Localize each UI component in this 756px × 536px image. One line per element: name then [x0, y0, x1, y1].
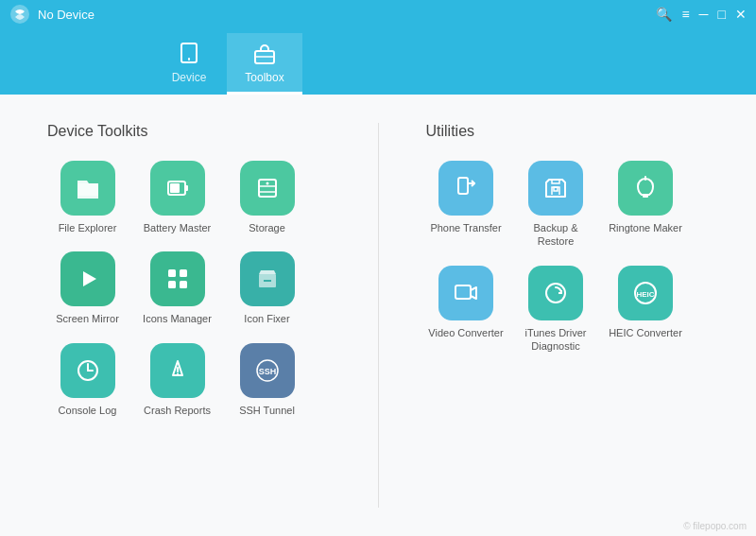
device-toolkits-title: Device Toolkits [47, 123, 331, 140]
storage-label: Storage [249, 221, 285, 234]
utilities-title: Utilities [426, 123, 710, 140]
svg-rect-15 [168, 269, 176, 277]
phone-transfer-label: Phone Transfer [430, 221, 501, 234]
phone-transfer-icon [438, 161, 493, 216]
utilities-grid: Phone Transfer Backup & Restore [426, 161, 710, 353]
tool-icon-fixer[interactable]: Icon Fixer [227, 251, 307, 325]
svg-rect-16 [180, 269, 187, 277]
main-content: Device Toolkits File Explorer Batt [0, 95, 756, 536]
section-divider [378, 123, 379, 508]
svg-rect-6 [77, 183, 98, 196]
file-explorer-icon [60, 161, 115, 216]
icons-manager-label: Icons Manager [143, 312, 212, 325]
device-toolkits-section: Device Toolkits File Explorer Batt [47, 123, 331, 508]
svg-text:SSH: SSH [258, 367, 276, 376]
toolbox-tab-icon [251, 41, 278, 67]
ringtone-maker-label: Ringtone Maker [609, 221, 682, 234]
tool-battery-master[interactable]: Battery Master [137, 161, 217, 234]
device-tools-grid: File Explorer Battery Master [47, 161, 331, 417]
tool-phone-transfer[interactable]: Phone Transfer [426, 161, 507, 249]
backup-restore-label: Backup & Restore [516, 221, 596, 249]
crash-reports-icon [150, 343, 205, 398]
icons-manager-icon [150, 251, 205, 306]
tool-console-log[interactable]: Console Log [47, 343, 128, 417]
toolbox-tab-label: Toolbox [245, 71, 284, 84]
app-logo-icon [9, 4, 30, 25]
svg-point-3 [188, 59, 190, 61]
svg-point-26 [177, 372, 179, 374]
tab-device[interactable]: Device [151, 33, 227, 95]
tool-crash-reports[interactable]: Crash Reports [137, 343, 217, 417]
title-bar-controls: 🔍 ≡ ─ □ ✕ [656, 8, 747, 21]
screen-mirror-label: Screen Mirror [56, 312, 119, 325]
minimize-icon[interactable]: ─ [699, 8, 709, 21]
tool-file-explorer[interactable]: File Explorer [47, 161, 128, 234]
svg-marker-14 [83, 271, 96, 286]
tool-ssh-tunnel[interactable]: SSH SSH Tunnel [227, 343, 307, 417]
heic-converter-icon: HEIC [618, 266, 673, 320]
itunes-driver-label: iTunes Driver Diagnostic [516, 326, 596, 354]
file-explorer-label: File Explorer [59, 221, 117, 234]
svg-rect-9 [170, 183, 180, 193]
video-converter-label: Video Converter [428, 326, 503, 339]
title-bar: No Device 🔍 ≡ ─ □ ✕ [0, 0, 756, 28]
tool-backup-restore[interactable]: Backup & Restore [516, 161, 596, 249]
heic-converter-label: HEIC Converter [609, 326, 682, 339]
backup-restore-icon [528, 161, 583, 216]
device-tab-icon [176, 41, 202, 67]
search-icon[interactable]: 🔍 [656, 8, 672, 21]
ssh-tunnel-icon: SSH [240, 343, 295, 398]
svg-rect-17 [168, 281, 176, 288]
console-log-icon [60, 343, 115, 398]
tool-icons-manager[interactable]: Icons Manager [137, 251, 217, 325]
crash-reports-label: Crash Reports [144, 404, 211, 417]
console-log-label: Console Log [59, 404, 117, 417]
menu-icon[interactable]: ≡ [681, 8, 689, 21]
tab-toolbox[interactable]: Toolbox [227, 33, 302, 95]
video-converter-icon [438, 266, 493, 320]
nav-bar: Device Toolbox [0, 28, 756, 95]
tool-screen-mirror[interactable]: Screen Mirror [47, 251, 128, 325]
battery-master-label: Battery Master [144, 221, 212, 234]
tool-video-converter[interactable]: Video Converter [426, 266, 507, 354]
itunes-driver-icon [528, 266, 583, 320]
svg-rect-34 [455, 285, 471, 299]
svg-text:HEIC: HEIC [636, 290, 654, 299]
tool-itunes-driver[interactable]: iTunes Driver Diagnostic [516, 266, 596, 354]
watermark: © filepopo.com [683, 521, 747, 531]
svg-rect-32 [643, 195, 648, 198]
ssh-tunnel-label: SSH Tunnel [239, 404, 295, 417]
maximize-icon[interactable]: □ [718, 8, 726, 21]
svg-rect-18 [180, 281, 187, 288]
icon-fixer-label: Icon Fixer [244, 312, 289, 325]
storage-icon [240, 161, 295, 216]
title-bar-left: No Device [9, 4, 94, 25]
device-tab-label: Device [172, 71, 207, 84]
close-icon[interactable]: ✕ [735, 8, 747, 21]
tool-ringtone-maker[interactable]: Ringtone Maker [606, 161, 686, 249]
svg-rect-29 [458, 178, 468, 194]
ringtone-maker-icon [618, 161, 673, 216]
battery-master-icon [150, 161, 205, 216]
screen-mirror-icon [60, 251, 115, 306]
svg-rect-31 [554, 187, 558, 191]
tool-heic-converter[interactable]: HEIC HEIC Converter [606, 266, 686, 354]
svg-rect-8 [185, 185, 188, 191]
svg-point-13 [266, 182, 268, 185]
icon-fixer-icon [240, 251, 295, 306]
app-title: No Device [38, 8, 94, 22]
tool-storage[interactable]: Storage [227, 161, 307, 234]
utilities-section: Utilities Phone Transfer [426, 123, 710, 508]
